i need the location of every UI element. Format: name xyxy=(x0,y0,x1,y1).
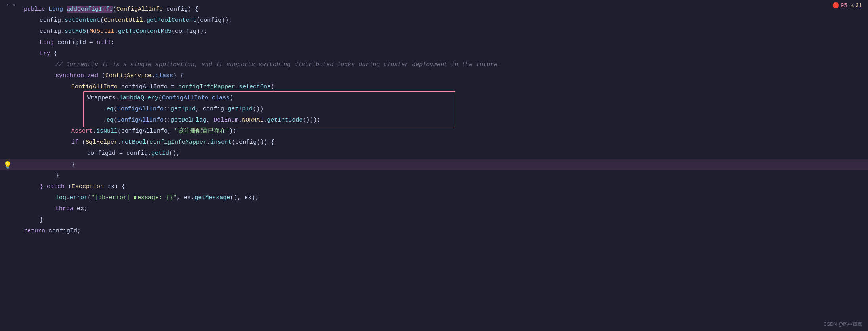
code-token: . xyxy=(152,72,155,79)
code-token: . xyxy=(103,117,107,124)
code-token: . xyxy=(208,95,212,101)
code-line: Wrappers.lambdaQuery(ConfigAllInfo.class… xyxy=(0,93,868,104)
code-token: ContentUtil xyxy=(104,17,143,24)
code-line: ConfigAllInfo configAllInfo = configInfo… xyxy=(0,82,868,93)
code-token: Md5Util xyxy=(89,28,114,35)
code-line: 💡} xyxy=(0,159,868,170)
code-line: config.setContent(ContentUtil.getPoolCon… xyxy=(0,15,868,26)
code-token: . xyxy=(238,117,242,124)
code-token: eq xyxy=(107,117,114,124)
code-token: public xyxy=(24,6,49,13)
code-token: class xyxy=(212,95,230,101)
warning-badge: ⚠ 31 xyxy=(851,2,862,9)
code-token: it is a single application, and it suppo… xyxy=(98,61,501,68)
code-token: Currently xyxy=(66,61,98,68)
code-token: (config))) { xyxy=(232,139,274,146)
code-token: } xyxy=(71,161,75,168)
code-token: selectOne xyxy=(239,84,271,90)
code-token: configId = xyxy=(57,39,97,46)
code-token: ())); xyxy=(303,117,320,124)
code-line: return configId; xyxy=(0,226,868,237)
code-line: config.setMd5(Md5Util.getTpContentMd5(co… xyxy=(0,26,868,37)
code-token: NORMAL xyxy=(242,117,263,124)
code-token: (); xyxy=(169,150,180,157)
code-token: . xyxy=(263,117,267,124)
code-token: retBool xyxy=(121,139,146,146)
code-token: Long xyxy=(49,6,67,13)
error-icon: 🔴 xyxy=(832,2,839,9)
code-token: . xyxy=(66,194,70,201)
code-token: ConfigAllInfo xyxy=(71,84,118,90)
code-token: if xyxy=(71,139,82,146)
code-token: insert xyxy=(210,139,232,146)
code-line: Long configId = null; xyxy=(0,37,868,48)
code-line: } xyxy=(0,170,868,181)
code-token: . xyxy=(114,28,118,35)
code-token: configId; xyxy=(49,228,81,234)
code-token: ( xyxy=(88,194,91,201)
code-token: getMessage xyxy=(194,194,230,201)
code-token: :: xyxy=(164,117,171,124)
code-token: Long xyxy=(40,39,57,46)
code-token: ( xyxy=(100,17,104,24)
code-token: ()) xyxy=(253,106,263,112)
code-token: configAllInfo = xyxy=(118,84,178,90)
code-token: ex) { xyxy=(104,183,125,190)
code-token: ); xyxy=(229,128,236,135)
code-token: ( xyxy=(82,139,86,146)
code-line: configId = config.getId(); xyxy=(0,148,868,159)
code-token: (config)); xyxy=(171,28,207,35)
error-count: 95 xyxy=(841,2,847,9)
code-line: public Long addConfigInfo(ConfigAllInfo … xyxy=(0,4,868,15)
code-token: ( xyxy=(114,106,117,112)
code-token: synchronized xyxy=(55,72,102,79)
code-token: ConfigAllInfo xyxy=(116,6,163,13)
code-token: ConfigAllInfo xyxy=(117,106,164,112)
code-token: SqlHelper xyxy=(86,139,118,146)
code-token: } xyxy=(40,217,43,223)
code-token: ) { xyxy=(173,72,184,79)
code-line: } xyxy=(0,215,868,226)
code-token: . xyxy=(235,84,239,90)
warning-count: 31 xyxy=(855,2,862,9)
bulb-icon[interactable]: 💡 xyxy=(3,160,12,171)
code-token: getTpId xyxy=(228,106,253,112)
code-token: (configAllInfo, xyxy=(118,128,175,135)
code-line: Assert.isNull(configAllInfo, "该注册配置已存在")… xyxy=(0,126,868,137)
code-token: eq xyxy=(107,106,114,112)
code-line: if (SqlHelper.retBool(configInfoMapper.i… xyxy=(0,137,868,148)
code-line: } catch (Exception ex) { xyxy=(0,181,868,192)
code-token: // xyxy=(55,61,66,68)
watermark: CSDN @码中孤鹰 xyxy=(823,321,862,328)
code-token: . xyxy=(143,17,147,24)
code-token: ( xyxy=(158,95,162,101)
code-editor: public Long addConfigInfo(ConfigAllInfo … xyxy=(0,0,868,241)
code-token: . xyxy=(118,139,121,146)
code-token: ( xyxy=(113,6,116,13)
code-token: . xyxy=(207,139,210,146)
code-token: Exception xyxy=(72,183,104,190)
code-token: configInfoMapper xyxy=(150,139,207,146)
code-line: log.error("[db-error] message: {}", ex.g… xyxy=(0,192,868,204)
code-token: ( xyxy=(102,72,105,79)
code-token: getIntCode xyxy=(267,117,303,124)
code-token: ex; xyxy=(77,205,88,212)
code-token: Assert xyxy=(71,128,93,135)
code-token: addConfigInfo xyxy=(67,6,113,13)
code-token: getTpId xyxy=(171,106,196,112)
code-token: config. xyxy=(40,17,65,24)
code-line: .eq(ConfigAllInfo::getTpId, config.getTp… xyxy=(0,104,868,115)
code-token: setMd5 xyxy=(65,28,86,35)
code-line: // Currently it is a single application,… xyxy=(0,59,868,70)
code-token: lambdaQuery xyxy=(119,95,158,101)
code-token: "[db-error] message: {}" xyxy=(91,194,177,201)
code-line: throw ex; xyxy=(0,204,868,215)
code-token: . xyxy=(93,128,96,135)
code-token: configId = config. xyxy=(87,150,151,157)
code-token: configInfoMapper xyxy=(178,84,235,90)
code-token: class xyxy=(155,72,173,79)
code-token: ConfigAllInfo xyxy=(162,95,208,101)
code-token: throw xyxy=(55,205,77,212)
code-token: setContent xyxy=(65,17,100,24)
error-badge: 🔴 95 xyxy=(832,2,847,9)
